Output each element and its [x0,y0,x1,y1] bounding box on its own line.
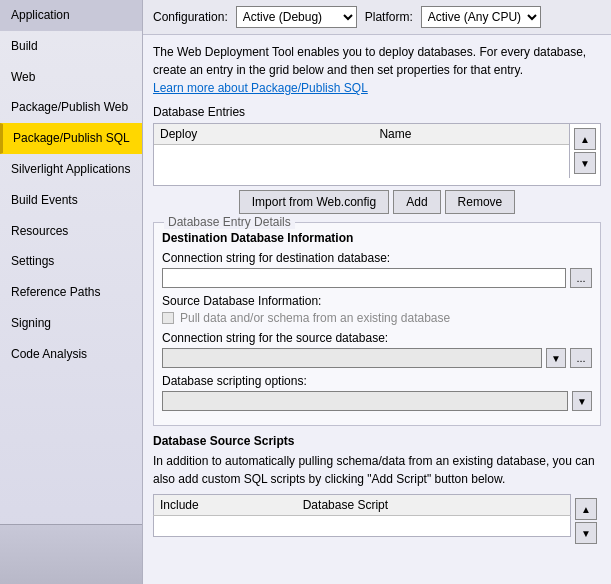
scripting-dropdown-button[interactable]: ▼ [572,391,592,411]
platform-select[interactable]: Active (Any CPU) Any CPU x86 x64 [421,6,541,28]
scripts-table: Include Database Script [153,494,571,537]
source-checkbox-row: Pull data and/or schema from an existing… [162,311,592,325]
description-text: The Web Deployment Tool enables you to d… [153,43,601,97]
table-row [154,165,569,185]
source-checkbox [162,312,174,324]
dest-conn-input[interactable] [162,268,566,288]
remove-button[interactable]: Remove [445,190,516,214]
dropdown-icon: ▼ [551,353,561,364]
db-entries-table: Deploy Name [154,124,569,185]
dest-conn-row: ... [162,268,592,288]
db-entries-container: Deploy Name ▲ [153,123,601,186]
db-entries-title: Database Entries [153,105,601,119]
scripts-arrow-up-icon: ▲ [581,504,591,515]
scripting-label: Database scripting options: [162,374,592,388]
configuration-label: Configuration: [153,10,228,24]
scripts-arrows: ▲ ▼ [571,494,601,548]
dest-conn-label: Connection string for destination databa… [162,251,592,265]
source-conn-row: ▼ ... [162,348,592,368]
sidebar-item-code-analysis[interactable]: Code Analysis [0,339,142,370]
source-dropdown-button[interactable]: ▼ [546,348,566,368]
platform-label: Platform: [365,10,413,24]
scripts-title: Database Source Scripts [153,434,601,448]
content-area: The Web Deployment Tool enables you to d… [143,35,611,584]
sidebar-item-reference-paths[interactable]: Reference Paths [0,277,142,308]
scripting-input[interactable] [162,391,568,411]
action-buttons: Import from Web.config Add Remove [153,190,601,214]
name-col-header: Name [373,124,569,145]
source-conn-label: Connection string for the source databas… [162,331,592,345]
details-legend: Database Entry Details [164,215,295,229]
scripting-dropdown-icon: ▼ [577,396,587,407]
scripting-row: ▼ [162,391,592,411]
sidebar-item-silverlight-applications[interactable]: Silverlight Applications [0,154,142,185]
add-button[interactable]: Add [393,190,440,214]
main-panel: Configuration: Active (Debug) Debug Rele… [143,0,611,584]
sidebar-item-signing[interactable]: Signing [0,308,142,339]
db-entry-details-group: Database Entry Details Destination Datab… [153,222,601,426]
source-browse-button[interactable]: ... [570,348,592,368]
arrow-down-icon: ▼ [580,158,590,169]
dest-browse-button[interactable]: ... [570,268,592,288]
source-section-title: Source Database Information: [162,294,592,308]
scripts-move-up-button[interactable]: ▲ [575,498,597,520]
configuration-select[interactable]: Active (Debug) Debug Release All Configu… [236,6,357,28]
db-script-col-header: Database Script [297,495,571,516]
learn-more-link[interactable]: Learn more about Package/Publish SQL [153,81,368,95]
sidebar-bottom-decoration [0,524,142,584]
move-up-button[interactable]: ▲ [574,128,596,150]
sidebar-item-application[interactable]: Application [0,0,142,31]
scripts-section: Database Source Scripts In addition to a… [153,434,601,548]
scripts-arrow-down-icon: ▼ [581,528,591,539]
move-down-button[interactable]: ▼ [574,152,596,174]
sidebar-item-package-publish-sql[interactable]: Package/Publish SQL [0,123,142,154]
sidebar-item-resources[interactable]: Resources [0,216,142,247]
scripts-desc: In addition to automatically pulling sch… [153,452,601,488]
source-checkbox-label: Pull data and/or schema from an existing… [180,311,450,325]
include-col-header: Include [154,495,297,516]
sidebar-item-build[interactable]: Build [0,31,142,62]
sidebar-item-settings[interactable]: Settings [0,246,142,277]
table-row [154,516,571,537]
table-arrows: ▲ ▼ [569,124,600,178]
sidebar-item-package-publish-web[interactable]: Package/Publish Web [0,92,142,123]
sidebar: Application Build Web Package/Publish We… [0,0,143,584]
import-button[interactable]: Import from Web.config [239,190,390,214]
sidebar-item-web[interactable]: Web [0,62,142,93]
deploy-col-header: Deploy [154,124,373,145]
dest-section-title: Destination Database Information [162,231,592,245]
table-row [154,145,569,166]
sidebar-item-build-events[interactable]: Build Events [0,185,142,216]
source-conn-input[interactable] [162,348,542,368]
arrow-up-icon: ▲ [580,134,590,145]
config-bar: Configuration: Active (Debug) Debug Rele… [143,0,611,35]
scripts-move-down-button[interactable]: ▼ [575,522,597,544]
scripts-table-container: Include Database Script ▲ [153,494,601,548]
